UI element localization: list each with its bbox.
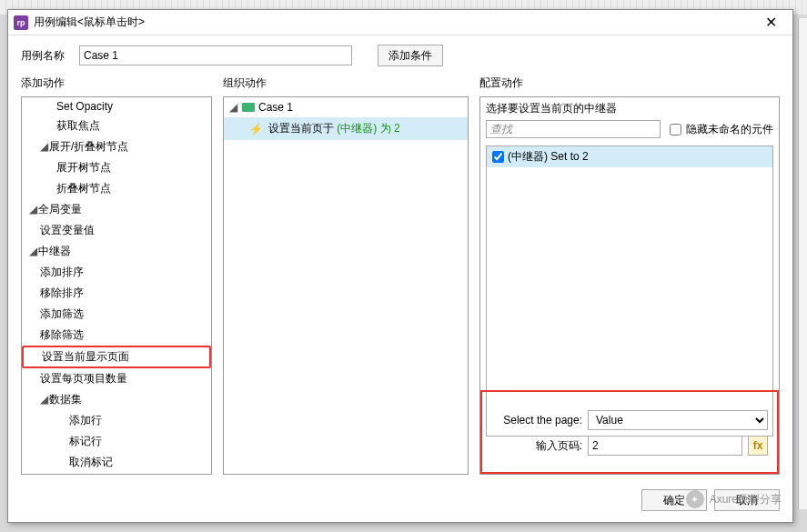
- tree-item[interactable]: 添加行: [22, 410, 211, 431]
- hide-unnamed-checkbox[interactable]: 隐藏未命名的元件: [666, 121, 773, 138]
- case-icon: [242, 103, 255, 112]
- tree-item[interactable]: 获取焦点: [22, 115, 211, 136]
- case-editor-dialog: rp 用例编辑<鼠标单击时> ✕ 用例名称 添加条件 添加动作 Set Opac…: [7, 9, 793, 523]
- configure-prompt: 选择要设置当前页的中继器: [486, 101, 773, 116]
- tree-item-label: 移除排序: [40, 286, 84, 299]
- close-icon[interactable]: ✕: [752, 14, 789, 31]
- tree-item-label: 设置变量值: [40, 224, 95, 236]
- tree-item[interactable]: ◢展开/折叠树节点: [22, 136, 211, 157]
- chevron-down-icon: ◢: [40, 393, 49, 406]
- tree-item[interactable]: ◢数据集: [22, 389, 211, 410]
- tree-item[interactable]: 折叠树节点: [22, 178, 211, 199]
- configure-header: 配置动作: [479, 74, 780, 96]
- chevron-down-icon: ◢: [229, 101, 238, 114]
- tree-item-label: 添加行: [69, 414, 102, 427]
- tree-item-label: Set Opacity: [56, 100, 113, 113]
- tree-item[interactable]: 添加筛选: [22, 304, 211, 325]
- case-name-label: 用例名称: [21, 48, 72, 64]
- tree-item[interactable]: 更新行: [22, 473, 211, 475]
- page-number-input[interactable]: [588, 436, 742, 456]
- add-condition-button[interactable]: 添加条件: [378, 45, 443, 66]
- tree-item-label: 设置当前显示页面: [42, 350, 129, 363]
- ok-button[interactable]: 确定: [641, 489, 707, 511]
- configure-panel: 选择要设置当前页的中继器 隐藏未命名的元件 (中继器) Set to 2: [479, 96, 780, 475]
- tree-item-label: 移除筛选: [40, 328, 84, 341]
- tree-item-label: 数据集: [49, 393, 82, 406]
- add-action-header: 添加动作: [21, 74, 212, 96]
- tree-item-label: 添加筛选: [40, 307, 84, 320]
- organize-panel: ◢ Case 1 ⚡ 设置当前页于 (中继器) 为 2: [223, 96, 469, 475]
- tree-item[interactable]: 设置变量值: [22, 220, 211, 241]
- hide-unnamed-input[interactable]: [670, 124, 681, 136]
- tree-item-label: 展开树节点: [56, 161, 111, 174]
- case-row[interactable]: ◢ Case 1: [224, 97, 468, 117]
- list-item[interactable]: (中继器) Set to 2: [487, 146, 772, 167]
- window-title: 用例编辑<鼠标单击时>: [34, 15, 752, 30]
- tree-item[interactable]: 展开树节点: [22, 157, 211, 178]
- tree-item[interactable]: 取消标记: [22, 452, 211, 473]
- action-tree[interactable]: Set Opacity获取焦点◢展开/折叠树节点展开树节点折叠树节点◢全局变量设…: [21, 96, 212, 475]
- chevron-down-icon: ◢: [40, 140, 49, 153]
- tree-item-label: 取消标记: [69, 456, 113, 468]
- select-page-label: Select the page:: [491, 414, 582, 427]
- tree-item-label: 设置每页项目数量: [40, 372, 127, 385]
- action-text: 设置当前页于 (中继器) 为 2: [268, 121, 400, 136]
- tree-item[interactable]: ◢中继器: [22, 241, 211, 262]
- tree-item[interactable]: 标记行: [22, 431, 211, 452]
- tree-item[interactable]: 移除筛选: [22, 325, 211, 346]
- organize-header: 组织动作: [223, 74, 469, 96]
- tree-item[interactable]: 添加排序: [22, 262, 211, 283]
- tree-item-label: 添加排序: [40, 266, 84, 278]
- bolt-icon: ⚡: [249, 123, 263, 136]
- tree-item[interactable]: 设置每页项目数量: [22, 368, 211, 389]
- titlebar: rp 用例编辑<鼠标单击时> ✕: [8, 10, 792, 35]
- tree-item-label: 获取焦点: [56, 119, 100, 132]
- config-form: Select the page: Value 输入页码: fx: [480, 390, 779, 474]
- search-input[interactable]: [486, 120, 661, 138]
- action-row[interactable]: ⚡ 设置当前页于 (中继器) 为 2: [224, 117, 468, 140]
- chevron-down-icon: ◢: [29, 203, 38, 216]
- tree-item[interactable]: 设置当前显示页面: [22, 346, 211, 368]
- select-page-dropdown[interactable]: Value: [588, 410, 768, 430]
- tree-item-label: 标记行: [69, 435, 102, 447]
- list-item-checkbox[interactable]: [492, 151, 504, 163]
- cancel-button[interactable]: 取消: [714, 489, 780, 511]
- tree-item[interactable]: Set Opacity: [22, 97, 211, 115]
- tree-item-label: 中继器: [38, 245, 71, 257]
- tree-item-label: 全局变量: [38, 203, 82, 216]
- case-name-input[interactable]: [79, 45, 352, 65]
- chevron-down-icon: ◢: [29, 245, 38, 257]
- app-icon: rp: [14, 15, 28, 30]
- tree-item-label: 展开/折叠树节点: [49, 140, 128, 153]
- fx-button[interactable]: fx: [748, 436, 768, 456]
- tree-item-label: 折叠树节点: [56, 182, 111, 195]
- tree-item[interactable]: ◢全局变量: [22, 199, 211, 220]
- list-item-label: (中继器) Set to 2: [508, 149, 589, 165]
- tree-item[interactable]: 移除排序: [22, 283, 211, 304]
- page-number-label: 输入页码:: [491, 438, 582, 454]
- case-label: Case 1: [258, 101, 293, 114]
